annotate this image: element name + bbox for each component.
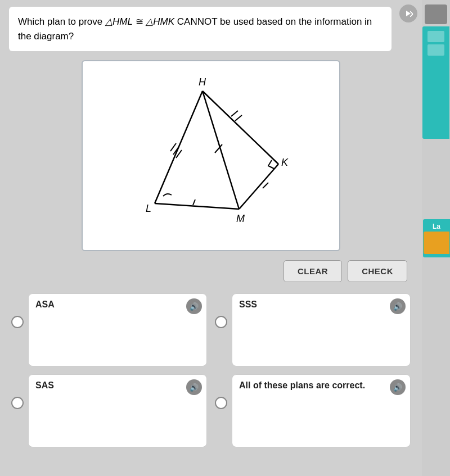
option-card-sas[interactable]: SAS 🔊 [28,374,207,447]
geometry-diagram: H K L M [121,71,301,240]
option-sss-wrapper: SSS 🔊 [215,293,411,366]
radio-sss[interactable] [215,316,227,328]
audio-sss-icon: 🔊 [393,302,402,311]
radio-asa[interactable] [11,316,24,328]
vertex-H: H [199,76,206,88]
option-all-label: All of these plans are correct. [239,380,403,391]
question-text-1: Which plan to prove [18,16,105,27]
vertex-M: M [236,213,245,224]
sidebar-teal-item-2 [428,44,444,56]
radio-sas[interactable] [11,397,24,409]
option-sss-label: SSS [239,300,403,310]
vertex-L: L [146,203,151,214]
svg-line-4 [239,164,278,209]
audio-sss-button[interactable]: 🔊 [390,298,406,314]
main-content: Which plan to prove △HML ≅ △HMK CANNOT b… [0,0,422,454]
triangle2-text: △HMK [146,16,174,27]
svg-line-11 [193,200,195,205]
svg-line-2 [155,203,239,209]
audio-sas-button[interactable]: 🔊 [186,379,202,395]
triangle1-text: △HML [105,16,133,27]
option-all-wrapper: All of these plans are correct. 🔊 [215,374,411,447]
question-box: Which plan to prove △HML ≅ △HMK CANNOT b… [9,7,392,51]
option-card-sss[interactable]: SSS 🔊 [232,293,411,366]
svg-line-12 [263,183,268,188]
svg-line-5 [170,143,176,151]
option-asa-wrapper: ASA 🔊 [11,293,207,366]
svg-line-9 [235,115,242,121]
option-asa-label: ASA [35,300,200,310]
audio-asa-icon: 🔊 [190,302,199,311]
action-buttons-row: CLEAR CHECK [9,260,407,282]
sidebar-top-button[interactable] [425,4,447,24]
audio-asa-button[interactable]: 🔊 [186,298,202,314]
sidebar-label-text: La [433,223,440,230]
speaker-icon [406,11,411,16]
radio-all[interactable] [215,397,227,409]
audio-all-button[interactable]: 🔊 [390,379,406,395]
options-grid: ASA 🔊 SSS 🔊 SAS 🔊 [9,293,413,447]
option-sas-wrapper: SAS 🔊 [11,374,207,447]
option-card-all[interactable]: All of these plans are correct. 🔊 [232,374,411,447]
vertex-K: K [281,157,289,168]
audio-sas-icon: 🔊 [190,383,199,392]
audio-all-icon: 🔊 [393,383,402,392]
clear-button[interactable]: CLEAR [284,260,342,282]
check-button[interactable]: CHECK [348,260,407,282]
sidebar-teal-item [428,31,444,42]
diagram-container: H K L M [82,60,340,251]
congruent-symbol: ≅ [133,16,146,27]
sidebar-orange-bar [424,232,449,254]
sidebar: La [422,0,450,476]
top-audio-button[interactable] [399,4,417,22]
svg-line-8 [231,111,238,116]
sidebar-label-button[interactable]: La [423,219,450,257]
option-sas-label: SAS [35,380,200,391]
sidebar-teal-panel [422,26,449,139]
option-card-asa[interactable]: ASA 🔊 [28,293,207,366]
